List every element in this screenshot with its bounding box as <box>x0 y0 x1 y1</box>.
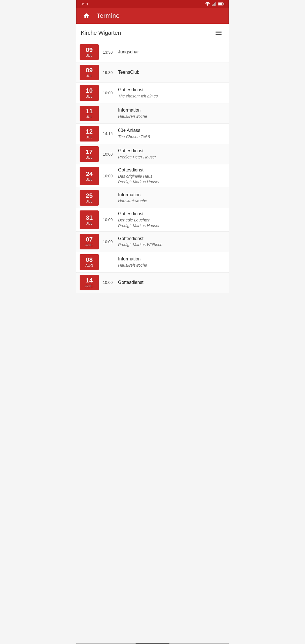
list-item[interactable]: 10Jul10:00GottesdienstThe chosen: Ich bi… <box>76 83 229 103</box>
date-day: 10 <box>86 87 93 94</box>
date-day: 17 <box>86 149 93 155</box>
event-subtitle: Predigt: Markus Wüthrich <box>118 242 225 248</box>
event-content: GottesdienstPredigt: Peter Hauser <box>117 144 229 164</box>
battery-icon <box>218 2 224 6</box>
list-item[interactable]: 17Jul10:00GottesdienstPredigt: Peter Hau… <box>76 144 229 164</box>
event-title: Jungschar <box>118 49 225 55</box>
date-badge: 12Jul <box>80 126 99 142</box>
event-content: TeensClub <box>117 62 229 82</box>
event-content: InformationHauskreiswoche <box>117 188 229 208</box>
date-badge: 09Jul <box>80 65 99 80</box>
event-title: Gottesdienst <box>118 236 225 242</box>
svg-rect-1 <box>212 5 212 6</box>
status-time: 8:13 <box>81 2 88 6</box>
event-title: Gottesdienst <box>118 87 225 93</box>
date-month: Jul <box>86 135 92 139</box>
signal-icon <box>212 2 216 6</box>
event-time <box>102 252 117 272</box>
date-badge: 14Aug <box>80 275 99 290</box>
date-month: Aug <box>85 284 93 288</box>
event-content: GottesdienstThe chosen: Ich bin es <box>117 83 229 103</box>
list-item[interactable]: 08AugInformationHauskreiswoche <box>76 252 229 272</box>
date-month: Aug <box>85 243 93 247</box>
date-month: Jul <box>86 155 92 160</box>
svg-rect-6 <box>218 3 222 5</box>
date-month: Jul <box>86 199 92 203</box>
event-subtitle: The chosen: Ich bin es <box>118 93 225 99</box>
nav-indicator <box>136 643 169 644</box>
date-month: Jul <box>86 115 92 119</box>
event-title: Gottesdienst <box>118 211 225 217</box>
menu-button[interactable] <box>213 27 224 38</box>
list-item[interactable]: 11JulInformationHauskreiswoche <box>76 103 229 124</box>
event-time: 14:15 <box>102 124 117 144</box>
list-item[interactable]: 09Jul19:30TeensClub <box>76 62 229 83</box>
date-badge: 31Jul <box>80 210 99 229</box>
date-day: 08 <box>86 256 93 263</box>
event-subtitle: Hauskreiswoche <box>118 114 225 119</box>
event-title: Gottesdienst <box>118 148 225 154</box>
event-content: GottesdienstDas originelle HausPredigt: … <box>117 164 229 188</box>
event-content: InformationHauskreiswoche <box>117 103 229 123</box>
event-time: 10:00 <box>102 83 117 103</box>
list-item[interactable]: 24Jul10:00GottesdienstDas originelle Hau… <box>76 164 229 188</box>
date-month: Aug <box>85 264 93 268</box>
event-subtitle: Hauskreiswoche <box>118 263 225 268</box>
event-title: Information <box>118 256 225 262</box>
date-day: 25 <box>86 192 93 199</box>
event-subtitle: Hauskreiswoche <box>118 198 225 204</box>
svg-point-0 <box>207 5 208 6</box>
event-content: Gottesdienst <box>117 273 229 293</box>
date-day: 12 <box>86 128 93 135</box>
date-day: 31 <box>86 214 93 221</box>
date-badge: 17Jul <box>80 146 99 162</box>
list-item[interactable]: 07Aug10:00GottesdienstPredigt: Markus Wü… <box>76 232 229 252</box>
date-month: Jul <box>86 221 92 225</box>
event-time: 13:30 <box>102 42 117 62</box>
date-badge: 08Aug <box>80 254 99 270</box>
date-day: 09 <box>86 67 93 74</box>
date-day: 24 <box>86 171 93 177</box>
event-subtitle: Predigt: Peter Hauser <box>118 155 225 160</box>
date-badge: 10Jul <box>80 85 99 101</box>
date-month: Jul <box>86 177 92 182</box>
list-item[interactable]: 31Jul10:00GottesdienstDer edle LeuchterP… <box>76 208 229 232</box>
date-day: 09 <box>86 47 93 53</box>
event-title: Gottesdienst <box>118 280 225 286</box>
sub-header: Kirche Wigarten <box>76 24 229 42</box>
event-time <box>102 188 117 208</box>
event-title: Information <box>118 192 225 198</box>
list-item[interactable]: 09Jul13:30Jungschar <box>76 42 229 62</box>
app-bar-title: Termine <box>97 12 224 19</box>
event-time: 10:00 <box>102 208 117 231</box>
sub-header-title: Kirche Wigarten <box>81 30 121 36</box>
list-item[interactable]: 12Jul14:1560+ AnlassThe Chosen Teil 8 <box>76 124 229 144</box>
wifi-icon <box>205 2 210 6</box>
event-subtitle: Das originelle HausPredigt: Markus Hause… <box>118 174 225 185</box>
list-item[interactable]: 25JulInformationHauskreiswoche <box>76 188 229 208</box>
event-title: Information <box>118 107 225 113</box>
date-badge: 11Jul <box>80 106 99 121</box>
event-content: InformationHauskreiswoche <box>117 252 229 272</box>
date-badge: 09Jul <box>80 44 99 60</box>
home-button[interactable] <box>81 10 92 21</box>
home-icon <box>83 12 90 19</box>
event-time <box>102 103 117 123</box>
date-badge: 07Aug <box>80 234 99 249</box>
date-badge: 25Jul <box>80 190 99 206</box>
date-month: Jul <box>86 94 92 99</box>
date-badge: 24Jul <box>80 167 99 185</box>
event-content: 60+ AnlassThe Chosen Teil 8 <box>117 124 229 144</box>
event-title: Gottesdienst <box>118 167 225 173</box>
event-content: GottesdienstDer edle LeuchterPredigt: Ma… <box>117 208 229 231</box>
event-time: 10:00 <box>102 144 117 164</box>
event-title: 60+ Anlass <box>118 128 225 134</box>
event-content: GottesdienstPredigt: Markus Wüthrich <box>117 232 229 252</box>
list-item[interactable]: 14Aug10:00Gottesdienst <box>76 273 229 293</box>
event-subtitle: Der edle LeuchterPredigt: Markus Hauser <box>118 217 225 229</box>
app-bar: Termine <box>76 8 229 24</box>
svg-rect-2 <box>213 4 213 6</box>
date-day: 14 <box>86 277 93 284</box>
events-list: 09Jul13:30Jungschar09Jul19:30TeensClub10… <box>76 42 229 293</box>
svg-rect-7 <box>224 3 224 5</box>
